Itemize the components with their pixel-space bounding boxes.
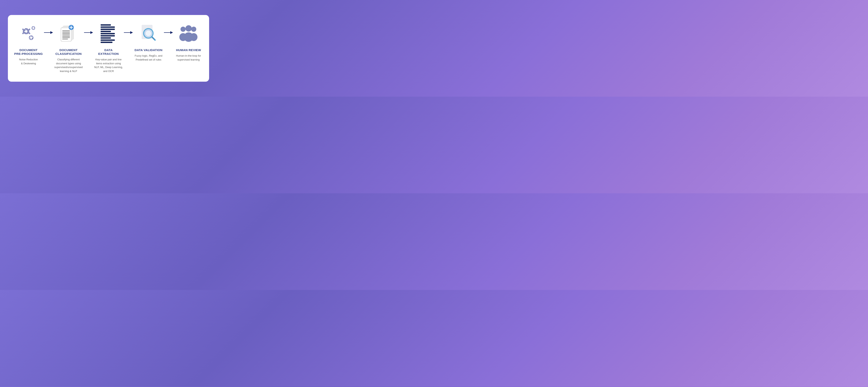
- step-title-human-review: HUMAN REVIEW: [176, 48, 201, 52]
- step-icon-doc-classification: [60, 23, 77, 44]
- svg-rect-37: [101, 42, 113, 43]
- step-data-extraction: DATA EXTRACTION Key-value pair and line …: [94, 23, 123, 73]
- svg-point-3: [25, 30, 27, 33]
- arrow-4: [163, 23, 174, 35]
- step-icon-gears: [19, 23, 38, 44]
- svg-rect-33: [101, 33, 115, 34]
- step-data-validation: DATA VALIDATION Fuzzy logic, RegEx, and …: [134, 23, 163, 62]
- svg-marker-28: [90, 31, 93, 34]
- step-desc-data-validation: Fuzzy logic, RegEx, and Predefined set o…: [134, 54, 163, 62]
- svg-rect-32: [101, 31, 111, 32]
- svg-point-42: [146, 31, 151, 36]
- svg-point-51: [185, 25, 192, 32]
- svg-point-11: [33, 27, 34, 29]
- step-title-doc-preprocessing: DOCUMENT PRE-PROCESSING: [14, 48, 43, 56]
- svg-point-7: [30, 37, 32, 39]
- step-desc-doc-classification: Classifying different document types usi…: [54, 58, 83, 73]
- svg-rect-36: [101, 39, 115, 41]
- step-title-doc-classification: DOCUMENT CLASSIFICATION: [56, 48, 82, 56]
- step-doc-classification: DOCUMENT CLASSIFICATION Classifying diff…: [54, 23, 83, 73]
- step-title-data-validation: DATA VALIDATION: [134, 48, 162, 52]
- step-desc-human-review: Human-in-the-loop for supervised learnin…: [174, 54, 203, 62]
- step-icon-data-validation: [140, 23, 157, 44]
- svg-rect-29: [101, 24, 111, 26]
- svg-marker-13: [50, 31, 53, 34]
- step-desc-doc-preprocessing: Noise Reduction & Deskewing: [19, 58, 38, 65]
- svg-marker-39: [130, 31, 133, 34]
- svg-point-47: [181, 27, 186, 32]
- svg-point-52: [184, 32, 193, 42]
- step-desc-data-extraction: Key-value pair and line items extraction…: [94, 58, 123, 73]
- step-title-data-extraction: DATA EXTRACTION: [94, 48, 123, 56]
- svg-point-49: [191, 27, 196, 32]
- step-human-review: HUMAN REVIEW Human-in-the-loop for super…: [174, 23, 203, 62]
- svg-rect-35: [101, 37, 111, 39]
- step-doc-preprocessing: DOCUMENT PRE-PROCESSING Noise Reduction …: [14, 23, 43, 65]
- svg-marker-46: [170, 31, 173, 34]
- step-icon-human-review: [179, 23, 198, 44]
- svg-rect-34: [101, 35, 115, 36]
- svg-rect-30: [101, 26, 115, 28]
- step-icon-data-extraction: [101, 23, 116, 44]
- arrow-1: [43, 23, 54, 35]
- main-card: DOCUMENT PRE-PROCESSING Noise Reduction …: [8, 15, 209, 82]
- arrow-2: [83, 23, 94, 35]
- arrow-3: [123, 23, 134, 35]
- svg-rect-31: [101, 29, 115, 30]
